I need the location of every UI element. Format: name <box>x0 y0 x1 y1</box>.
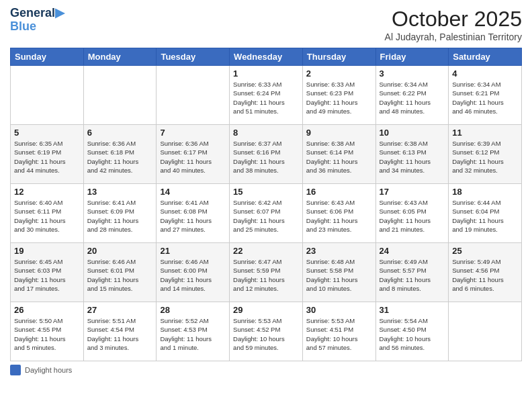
day-number: 29 <box>233 305 299 315</box>
day-info: Sunrise: 6:37 AM Sunset: 6:16 PM Dayligh… <box>233 139 299 175</box>
calendar-cell <box>11 66 84 125</box>
calendar-cell: 5Sunrise: 6:35 AM Sunset: 6:19 PM Daylig… <box>11 125 84 184</box>
day-info: Sunrise: 6:48 AM Sunset: 5:58 PM Dayligh… <box>306 257 372 293</box>
calendar-cell: 6Sunrise: 6:36 AM Sunset: 6:18 PM Daylig… <box>83 125 157 184</box>
day-number: 22 <box>233 246 299 256</box>
day-info: Sunrise: 6:42 AM Sunset: 6:07 PM Dayligh… <box>233 198 299 234</box>
calendar-cell: 29Sunrise: 5:53 AM Sunset: 4:52 PM Dayli… <box>230 302 303 361</box>
calendar-week-row: 12Sunrise: 6:40 AM Sunset: 6:11 PM Dayli… <box>11 184 522 243</box>
calendar-cell: 8Sunrise: 6:37 AM Sunset: 6:16 PM Daylig… <box>230 125 303 184</box>
day-number: 16 <box>306 187 372 197</box>
calendar-cell <box>449 302 522 361</box>
calendar-cell: 17Sunrise: 6:43 AM Sunset: 6:05 PM Dayli… <box>375 184 449 243</box>
day-number: 30 <box>306 305 372 315</box>
calendar-cell: 14Sunrise: 6:41 AM Sunset: 6:08 PM Dayli… <box>157 184 230 243</box>
calendar-cell: 2Sunrise: 6:33 AM Sunset: 6:23 PM Daylig… <box>302 66 375 125</box>
calendar-cell: 23Sunrise: 6:48 AM Sunset: 5:58 PM Dayli… <box>302 243 375 302</box>
day-number: 13 <box>87 187 153 197</box>
calendar-cell: 13Sunrise: 6:41 AM Sunset: 6:09 PM Dayli… <box>83 184 157 243</box>
day-info: Sunrise: 5:51 AM Sunset: 4:54 PM Dayligh… <box>87 316 153 352</box>
day-number: 20 <box>87 246 153 256</box>
calendar-cell: 1Sunrise: 6:33 AM Sunset: 6:24 PM Daylig… <box>230 66 303 125</box>
day-info: Sunrise: 6:45 AM Sunset: 6:03 PM Dayligh… <box>14 257 80 293</box>
day-info: Sunrise: 6:43 AM Sunset: 6:06 PM Dayligh… <box>306 198 372 234</box>
day-number: 12 <box>14 187 80 197</box>
column-header-thursday: Thursday <box>302 48 375 66</box>
day-info: Sunrise: 5:52 AM Sunset: 4:53 PM Dayligh… <box>160 316 226 352</box>
calendar-cell: 31Sunrise: 5:54 AM Sunset: 4:50 PM Dayli… <box>375 302 449 361</box>
day-number: 31 <box>380 305 445 315</box>
calendar-cell: 18Sunrise: 6:44 AM Sunset: 6:04 PM Dayli… <box>449 184 522 243</box>
header: General▶ Blue October 2025 Al Judayrah, … <box>10 7 522 42</box>
logo-text: General▶ Blue <box>10 7 64 34</box>
calendar-cell: 24Sunrise: 6:49 AM Sunset: 5:57 PM Dayli… <box>375 243 449 302</box>
calendar-cell: 22Sunrise: 6:47 AM Sunset: 5:59 PM Dayli… <box>230 243 303 302</box>
day-number: 27 <box>87 305 153 315</box>
day-number: 28 <box>160 305 226 315</box>
header-row: SundayMondayTuesdayWednesdayThursdayFrid… <box>11 48 522 66</box>
day-number: 15 <box>233 187 299 197</box>
calendar-cell: 21Sunrise: 6:46 AM Sunset: 6:00 PM Dayli… <box>157 243 230 302</box>
calendar-week-row: 26Sunrise: 5:50 AM Sunset: 4:55 PM Dayli… <box>11 302 522 361</box>
calendar-cell: 30Sunrise: 5:53 AM Sunset: 4:51 PM Dayli… <box>302 302 375 361</box>
day-info: Sunrise: 6:47 AM Sunset: 5:59 PM Dayligh… <box>233 257 299 293</box>
calendar-cell: 19Sunrise: 6:45 AM Sunset: 6:03 PM Dayli… <box>11 243 84 302</box>
day-info: Sunrise: 6:38 AM Sunset: 6:14 PM Dayligh… <box>306 139 372 175</box>
day-info: Sunrise: 6:36 AM Sunset: 6:17 PM Dayligh… <box>160 139 226 175</box>
calendar-cell: 9Sunrise: 6:38 AM Sunset: 6:14 PM Daylig… <box>302 125 375 184</box>
day-number: 11 <box>452 128 518 138</box>
day-number: 17 <box>380 187 445 197</box>
day-info: Sunrise: 5:49 AM Sunset: 4:56 PM Dayligh… <box>452 257 518 293</box>
calendar-cell: 20Sunrise: 6:46 AM Sunset: 6:01 PM Dayli… <box>83 243 157 302</box>
day-number: 8 <box>233 128 299 138</box>
daylight-label: Daylight hours <box>25 366 72 374</box>
column-header-wednesday: Wednesday <box>230 48 303 66</box>
day-number: 26 <box>14 305 80 315</box>
day-info: Sunrise: 5:50 AM Sunset: 4:55 PM Dayligh… <box>14 316 80 352</box>
day-number: 10 <box>380 128 445 138</box>
column-header-friday: Friday <box>375 48 449 66</box>
day-info: Sunrise: 6:34 AM Sunset: 6:21 PM Dayligh… <box>452 80 518 116</box>
calendar-cell: 27Sunrise: 5:51 AM Sunset: 4:54 PM Dayli… <box>83 302 157 361</box>
day-number: 9 <box>306 128 372 138</box>
day-number: 4 <box>452 68 518 79</box>
day-info: Sunrise: 6:43 AM Sunset: 6:05 PM Dayligh… <box>380 198 445 234</box>
calendar-cell: 28Sunrise: 5:52 AM Sunset: 4:53 PM Dayli… <box>157 302 230 361</box>
column-header-tuesday: Tuesday <box>157 48 230 66</box>
day-number: 24 <box>380 246 445 256</box>
footer: Daylight hours <box>10 365 522 375</box>
calendar-cell: 4Sunrise: 6:34 AM Sunset: 6:21 PM Daylig… <box>449 66 522 125</box>
calendar-cell <box>83 66 157 125</box>
day-info: Sunrise: 5:53 AM Sunset: 4:51 PM Dayligh… <box>306 316 372 352</box>
column-header-monday: Monday <box>83 48 157 66</box>
day-info: Sunrise: 6:34 AM Sunset: 6:22 PM Dayligh… <box>380 80 445 116</box>
day-number: 21 <box>160 246 226 256</box>
calendar-week-row: 1Sunrise: 6:33 AM Sunset: 6:24 PM Daylig… <box>11 66 522 125</box>
calendar-cell: 26Sunrise: 5:50 AM Sunset: 4:55 PM Dayli… <box>11 302 84 361</box>
calendar-cell: 3Sunrise: 6:34 AM Sunset: 6:22 PM Daylig… <box>375 66 449 125</box>
day-info: Sunrise: 6:49 AM Sunset: 5:57 PM Dayligh… <box>380 257 445 293</box>
calendar-cell: 16Sunrise: 6:43 AM Sunset: 6:06 PM Dayli… <box>302 184 375 243</box>
day-info: Sunrise: 5:53 AM Sunset: 4:52 PM Dayligh… <box>233 316 299 352</box>
day-info: Sunrise: 6:44 AM Sunset: 6:04 PM Dayligh… <box>452 198 518 234</box>
day-number: 19 <box>14 246 80 256</box>
day-info: Sunrise: 6:36 AM Sunset: 6:18 PM Dayligh… <box>87 139 153 175</box>
calendar-cell: 7Sunrise: 6:36 AM Sunset: 6:17 PM Daylig… <box>157 125 230 184</box>
day-info: Sunrise: 6:39 AM Sunset: 6:12 PM Dayligh… <box>452 139 518 175</box>
day-info: Sunrise: 6:38 AM Sunset: 6:13 PM Dayligh… <box>380 139 445 175</box>
page: General▶ Blue October 2025 Al Judayrah, … <box>0 0 532 411</box>
logo: General▶ Blue <box>10 7 64 34</box>
day-info: Sunrise: 6:33 AM Sunset: 6:23 PM Dayligh… <box>306 80 372 116</box>
column-header-sunday: Sunday <box>11 48 84 66</box>
day-number: 7 <box>160 128 226 138</box>
day-info: Sunrise: 6:46 AM Sunset: 6:00 PM Dayligh… <box>160 257 226 293</box>
day-number: 1 <box>233 68 299 79</box>
day-number: 6 <box>87 128 153 138</box>
day-info: Sunrise: 6:41 AM Sunset: 6:09 PM Dayligh… <box>87 198 153 234</box>
day-number: 2 <box>306 68 372 79</box>
day-info: Sunrise: 6:35 AM Sunset: 6:19 PM Dayligh… <box>14 139 80 175</box>
calendar-week-row: 5Sunrise: 6:35 AM Sunset: 6:19 PM Daylig… <box>11 125 522 184</box>
day-info: Sunrise: 6:41 AM Sunset: 6:08 PM Dayligh… <box>160 198 226 234</box>
month-title: October 2025 <box>385 7 522 32</box>
calendar-cell: 11Sunrise: 6:39 AM Sunset: 6:12 PM Dayli… <box>449 125 522 184</box>
